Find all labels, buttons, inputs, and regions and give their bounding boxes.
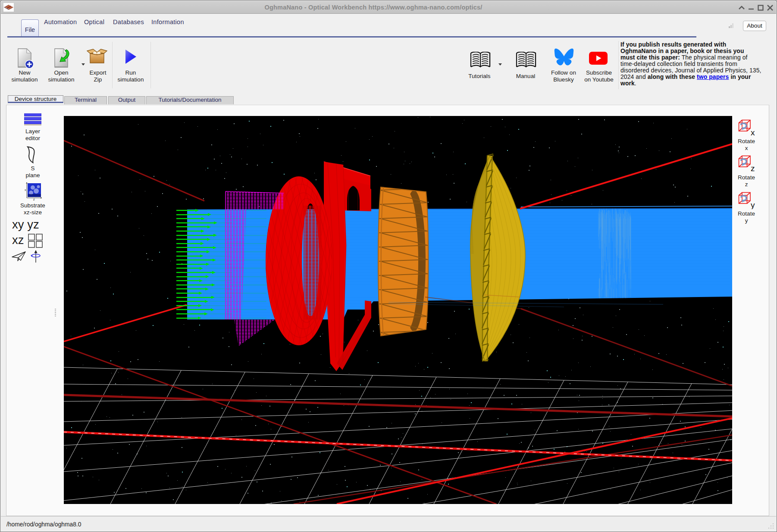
svg-text:y: y: [751, 200, 755, 209]
svg-text:x: x: [25, 188, 26, 191]
svg-text:z: z: [33, 198, 35, 200]
svg-text:x: x: [751, 128, 755, 137]
svg-text:z: z: [751, 164, 755, 172]
